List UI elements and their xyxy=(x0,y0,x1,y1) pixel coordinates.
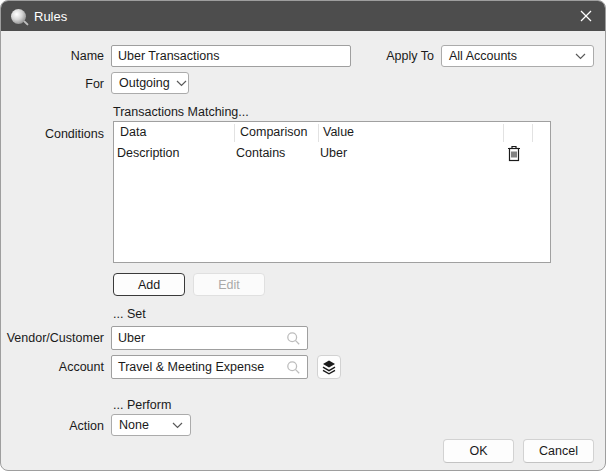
set-section-label: ... Set xyxy=(113,307,146,321)
apply-to-label: Apply To xyxy=(331,49,434,63)
row-comparison-cell: Contains xyxy=(236,146,285,160)
column-separator xyxy=(234,124,235,142)
chevron-down-icon xyxy=(172,422,183,429)
titlebar[interactable]: Rules xyxy=(1,1,605,31)
cancel-button[interactable]: Cancel xyxy=(523,439,594,463)
ok-button[interactable]: OK xyxy=(443,439,514,463)
close-icon xyxy=(580,10,592,22)
column-separator xyxy=(532,124,533,142)
chevron-down-icon xyxy=(575,53,586,60)
chevron-down-icon xyxy=(176,80,187,87)
apply-to-dropdown[interactable]: All Accounts xyxy=(441,45,594,67)
name-input[interactable]: Uber Transactions xyxy=(111,45,351,67)
row-data-cell: Description xyxy=(117,146,180,160)
magnifier-orb-icon xyxy=(11,9,26,24)
account-input[interactable]: Travel & Meeting Expense xyxy=(111,355,308,379)
action-dropdown[interactable]: None xyxy=(111,414,191,436)
matching-section-label: Transactions Matching... xyxy=(113,105,249,119)
close-button[interactable] xyxy=(574,5,598,27)
window-title: Rules xyxy=(34,9,67,24)
column-header-value[interactable]: Value xyxy=(323,125,354,139)
name-label: Name xyxy=(1,49,104,63)
search-icon[interactable] xyxy=(286,360,301,375)
column-separator xyxy=(503,124,504,142)
edit-button[interactable]: Edit xyxy=(193,273,265,296)
for-dropdown[interactable]: Outgoing xyxy=(111,72,189,94)
column-separator xyxy=(318,124,319,142)
account-picker-button[interactable] xyxy=(317,355,341,379)
vendor-customer-input[interactable]: Uber xyxy=(111,326,308,350)
add-button[interactable]: Add xyxy=(113,273,185,296)
for-value: Outgoing xyxy=(119,76,170,90)
layers-icon xyxy=(321,359,337,375)
column-header-data[interactable]: Data xyxy=(120,125,146,139)
rules-dialog: Rules Name Uber Transactions Apply To Al… xyxy=(0,0,606,471)
account-value: Travel & Meeting Expense xyxy=(118,360,264,374)
column-header-comparison[interactable]: Comparison xyxy=(240,125,307,139)
delete-row-button[interactable] xyxy=(506,145,522,162)
action-label: Action xyxy=(1,419,104,433)
for-label: For xyxy=(1,77,104,91)
apply-to-value: All Accounts xyxy=(449,49,517,63)
account-label: Account xyxy=(1,360,104,374)
perform-section-label: ... Perform xyxy=(113,398,171,412)
vendor-customer-value: Uber xyxy=(118,331,145,345)
conditions-label: Conditions xyxy=(1,127,104,141)
trash-icon xyxy=(506,145,522,162)
action-value: None xyxy=(119,418,149,432)
conditions-table[interactable]: Data Comparison Value Description Contai… xyxy=(113,121,551,263)
name-input-value: Uber Transactions xyxy=(118,49,219,63)
search-icon[interactable] xyxy=(286,331,301,346)
vendor-customer-label: Vendor/Customer xyxy=(1,331,104,345)
row-value-cell: Uber xyxy=(320,146,347,160)
